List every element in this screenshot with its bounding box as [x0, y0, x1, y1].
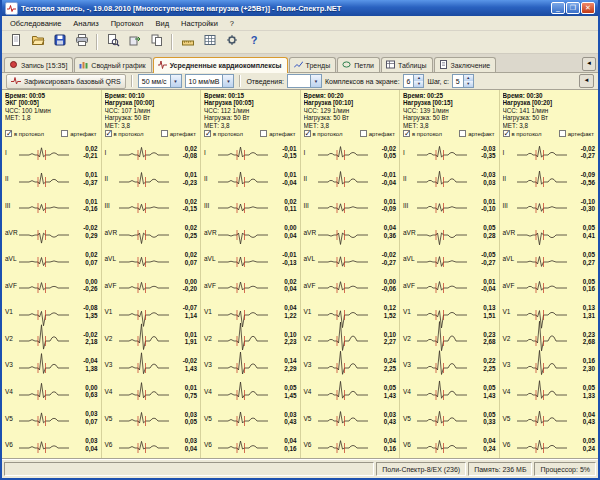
menu-item-4[interactable]: Настройки	[175, 18, 224, 29]
gain-select[interactable]: 10 мм/мВ ▼	[185, 74, 235, 88]
minimize-button[interactable]: _	[551, 2, 565, 14]
lead-row-V4: V40,010,75	[102, 378, 201, 405]
protocol-checkbox-box[interactable]	[304, 130, 311, 137]
artifact-checkbox-box[interactable]	[360, 130, 367, 137]
fix-qrs-button[interactable]: Зафиксировать базовый QRS	[6, 74, 126, 89]
tab-3[interactable]: Усредненные кардиокомплексы	[153, 57, 288, 73]
complexes-spinner[interactable]: 6 ▲▼	[403, 74, 425, 88]
artifact-checkbox[interactable]: артефакт	[260, 130, 295, 137]
ecg-waveform	[318, 431, 368, 459]
artifact-checkbox[interactable]: артефакт	[360, 130, 395, 137]
help-button[interactable]: ?	[243, 32, 264, 53]
preview-button[interactable]	[102, 32, 123, 53]
lead-measurements: 0,030,04	[185, 437, 200, 452]
measurement-bottom: 0,36	[384, 232, 396, 240]
artifact-checkbox-box[interactable]	[459, 130, 466, 137]
scroll-left-button[interactable]: ◄	[579, 74, 594, 88]
menu-item-1[interactable]: Анализ	[67, 18, 104, 29]
ecg-waveform	[218, 138, 268, 166]
maximize-button[interactable]: ❐	[566, 2, 580, 14]
save-button[interactable]	[49, 32, 70, 53]
artifact-checkbox-label: артефакт	[170, 131, 196, 137]
open-exam-button[interactable]	[27, 32, 48, 53]
tab-7[interactable]: Заключение	[434, 57, 497, 72]
new-exam-button[interactable]	[5, 32, 26, 53]
ecg-waveform	[517, 351, 567, 379]
measurement-bottom: 0,05	[384, 152, 396, 160]
chevron-down-icon: ▼	[170, 75, 181, 87]
protocol-checkbox[interactable]: в протокол	[5, 130, 44, 137]
protocol-checkbox[interactable]: в протокол	[503, 130, 542, 137]
ecg-waveform	[318, 298, 368, 326]
protocol-checkbox-box[interactable]	[503, 130, 510, 137]
spinner-arrows-icon[interactable]: ▲▼	[463, 75, 473, 87]
protocol-checkbox[interactable]: в протокол	[403, 130, 442, 137]
artifact-checkbox-box[interactable]	[161, 130, 168, 137]
complexes-value: 6	[407, 78, 411, 85]
menu-item-3[interactable]: Вид	[149, 18, 175, 29]
measurement-bottom: -0,08	[183, 152, 197, 160]
lead-label: V4	[500, 388, 517, 395]
tab-1[interactable]: Запись [15:35]	[4, 57, 73, 72]
tab-4[interactable]: Тренды	[289, 57, 337, 72]
lead-rows: I-0,03-0,35II-0,030,03III0,01-0,10aVR0,0…	[400, 139, 499, 458]
protocol-checkbox-box[interactable]	[5, 130, 12, 137]
lead-row-V6: V60,030,04	[102, 431, 201, 458]
ecg-waveform	[119, 218, 169, 246]
artifact-checkbox[interactable]: артефакт	[161, 130, 196, 137]
ecg-waveform	[417, 138, 467, 166]
protocol-checkbox[interactable]: в протокол	[105, 130, 144, 137]
lead-measurements: 0,01-0,23	[183, 171, 200, 186]
settings-button[interactable]	[221, 32, 242, 53]
artifact-checkbox[interactable]: артефакт	[559, 130, 594, 137]
ecg-waveform	[318, 271, 368, 299]
leads-select[interactable]: ▼	[287, 74, 322, 88]
print-button[interactable]	[71, 32, 92, 53]
grid-button[interactable]	[199, 32, 220, 53]
ecg-waveform	[318, 404, 368, 432]
protocol-checkbox[interactable]: в протокол	[304, 130, 343, 137]
artifact-checkbox[interactable]: артефакт	[459, 130, 494, 137]
spinner-arrows-icon[interactable]: ▲▼	[413, 75, 423, 87]
complex-column-4: Время: 00:20Нагрузка [00:10]ЧСС: 129 1/м…	[301, 90, 401, 458]
protocol-checkbox-box[interactable]	[403, 130, 410, 137]
export-icon	[128, 33, 142, 51]
ecg-waveform	[318, 165, 368, 193]
tab-scroll-button[interactable]: ◄	[582, 57, 596, 71]
menu-item-0[interactable]: Обследование	[4, 18, 67, 29]
artifact-checkbox-box[interactable]	[61, 130, 68, 137]
protocol-checkbox[interactable]: в протокол	[204, 130, 243, 137]
lead-row-V6: V60,040,16	[201, 431, 300, 458]
export-button[interactable]	[124, 32, 145, 53]
app-window: Тестовая запись, -, 19.08.2010 [Многосту…	[0, 0, 600, 480]
lead-label: aVL	[500, 255, 517, 262]
menu-item-2[interactable]: Протокол	[105, 18, 150, 29]
lead-label: V3	[102, 361, 119, 368]
tab-6[interactable]: Таблицы	[381, 57, 433, 72]
ecg-waveform	[218, 191, 268, 219]
lead-label: V1	[2, 308, 19, 315]
measurement-top: -0,02	[83, 331, 97, 339]
protocol-checkbox-box[interactable]	[105, 130, 112, 137]
tab-2[interactable]: Сводный график	[74, 57, 151, 72]
svg-text:?: ?	[250, 34, 257, 46]
lead-label: III	[2, 202, 19, 209]
tab-5[interactable]: Петли	[337, 57, 380, 72]
artifact-checkbox-box[interactable]	[260, 130, 267, 137]
artifact-checkbox[interactable]: артефакт	[61, 130, 96, 137]
measurement-bottom: 0,25	[185, 232, 197, 240]
lead-measurements: 0,162,30	[583, 357, 598, 372]
close-button[interactable]: ✕	[581, 2, 595, 14]
measurement-top: -0,02	[83, 224, 97, 232]
speed-select[interactable]: 50 мм/с ▼	[138, 74, 182, 88]
artifact-checkbox-box[interactable]	[559, 130, 566, 137]
measurement-top: 0,01	[284, 171, 296, 179]
tables-icon	[386, 60, 395, 70]
ruler-button[interactable]	[177, 32, 198, 53]
copy-button[interactable]	[146, 32, 167, 53]
step-spinner[interactable]: 5 ▲▼	[452, 74, 474, 88]
protocol-checkbox-box[interactable]	[204, 130, 211, 137]
lead-row-V2: V2-0,022,18	[2, 325, 101, 352]
lead-measurements: 0,01-0,04	[481, 278, 498, 293]
menu-item-5[interactable]: ?	[224, 18, 240, 29]
